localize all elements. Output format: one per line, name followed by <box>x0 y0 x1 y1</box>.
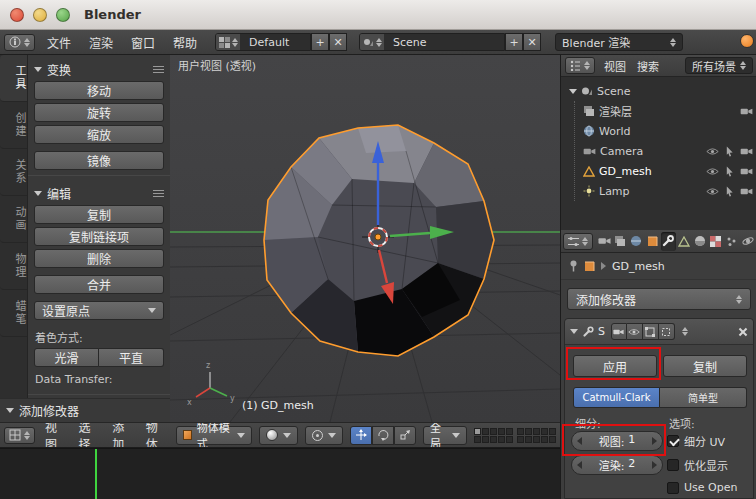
scene-name[interactable]: Scene <box>384 34 504 50</box>
window-close-button[interactable] <box>10 8 24 22</box>
scene-browser[interactable]: Scene <box>359 33 505 51</box>
scale-toggle-button[interactable] <box>394 426 416 445</box>
optimal-display-checkbox[interactable]: 优化显示 <box>667 457 728 473</box>
outliner-row-scene[interactable]: Scene <box>561 81 756 101</box>
use-opensubdiv-checkbox[interactable]: Use Open <box>667 481 737 494</box>
outliner-display-filter[interactable]: 所有场景 <box>685 57 753 74</box>
cursor-select-icon[interactable] <box>725 186 734 197</box>
mirror-button[interactable]: 镜像 <box>34 151 164 170</box>
tool-tab-grease-pencil[interactable]: 蜡笔 <box>0 290 27 337</box>
menu-help[interactable]: 帮助 <box>167 32 203 53</box>
add-modifier-dropdown[interactable]: 添加修改器 <box>567 288 751 310</box>
outliner-row-lamp[interactable]: Lamp <box>575 181 756 201</box>
modifier-name[interactable]: S <box>598 325 605 338</box>
vp-menu-view[interactable]: 视图 <box>42 422 69 448</box>
vp-menu-add[interactable]: 添加 <box>109 422 136 448</box>
outliner-row-camera[interactable]: Camera <box>575 141 756 161</box>
checkbox-icon[interactable] <box>667 482 679 494</box>
panel-header-transform[interactable]: 变换 <box>28 57 170 81</box>
window-minimize-button[interactable] <box>33 8 47 22</box>
realtime-toggle[interactable] <box>627 323 643 340</box>
scale-button[interactable]: 缩放 <box>34 125 164 144</box>
tab-render[interactable] <box>597 232 612 251</box>
render-engine-select[interactable]: Blender 渲染 <box>555 33 683 51</box>
editor-type-selector-3dview[interactable] <box>4 427 35 444</box>
shade-flat-button[interactable]: 平直 <box>99 348 164 367</box>
duplicate-button[interactable]: 复制 <box>34 205 164 224</box>
outliner-row-world[interactable]: World <box>575 121 756 141</box>
tab-modifiers[interactable] <box>661 232 676 251</box>
tool-tab-create[interactable]: 创建 <box>0 102 27 149</box>
delete-modifier-button[interactable] <box>738 327 748 337</box>
mode-dropdown[interactable]: 物体模式 <box>176 426 252 445</box>
rotate-toggle-button[interactable] <box>372 426 394 445</box>
outliner-row-renderlayers[interactable]: 渲染层 <box>575 101 756 121</box>
layer-group-2[interactable] <box>517 428 556 443</box>
checkbox-checked-icon[interactable] <box>667 435 679 447</box>
translate-toggle-button[interactable] <box>350 426 372 445</box>
copy-button[interactable]: 复制 <box>663 355 747 377</box>
subdivision-type-simple[interactable]: 简单型 <box>660 387 747 408</box>
modifier-header[interactable]: S <box>565 319 753 345</box>
editor-type-selector-properties[interactable] <box>563 233 593 250</box>
viewport-3d[interactable]: z y x 用户视图 (透视) (1) GD_mesh <box>170 55 560 422</box>
tab-render-layers[interactable] <box>613 232 628 251</box>
duplicate-linked-button[interactable]: 复制链接项 <box>34 227 164 246</box>
tool-tab-tools[interactable]: 工具 <box>0 55 27 102</box>
menu-render[interactable]: 渲染 <box>83 32 119 53</box>
screen-layout-name[interactable]: Default <box>240 34 310 50</box>
checkbox-icon[interactable] <box>667 459 679 471</box>
window-maximize-button[interactable] <box>56 8 70 22</box>
layer-group-1[interactable] <box>474 428 513 443</box>
panel-header-add-modifier[interactable]: 添加修改器 <box>0 398 170 422</box>
tool-tab-physics[interactable]: 物理 <box>0 243 27 290</box>
pin-icon[interactable] <box>569 260 578 272</box>
scene-close-button[interactable]: ✕ <box>523 33 541 51</box>
panel-menu-icon[interactable] <box>153 190 164 197</box>
render-subdivisions-field[interactable]: 渲染:2 <box>571 455 663 475</box>
menu-window[interactable]: 窗口 <box>125 32 161 53</box>
eye-icon[interactable] <box>706 187 719 196</box>
cage-toggle[interactable] <box>659 323 675 340</box>
screen-layout-browser[interactable]: Default <box>215 33 311 51</box>
shade-smooth-button[interactable]: 光滑 <box>34 348 99 367</box>
camera-icon[interactable] <box>740 187 753 196</box>
panel-menu-icon[interactable] <box>153 66 164 73</box>
vp-menu-object[interactable]: 物体 <box>143 422 170 448</box>
delete-button[interactable]: 删除 <box>34 249 164 268</box>
panel-header-edit[interactable]: 编辑 <box>28 181 170 205</box>
outliner-menu-view[interactable]: 视图 <box>602 57 628 75</box>
tab-object-data[interactable] <box>677 232 692 251</box>
eye-icon[interactable] <box>706 147 719 156</box>
eye-icon[interactable] <box>706 167 719 176</box>
tab-object[interactable] <box>645 232 660 251</box>
orientation-dropdown[interactable]: 全局 <box>423 426 467 445</box>
outliner-menu-search[interactable]: 搜索 <box>635 57 661 75</box>
tool-tab-relations[interactable]: 关系 <box>0 149 27 196</box>
outliner-row-gd-mesh[interactable]: GD_mesh <box>575 161 756 181</box>
screen-layout-close-button[interactable]: ✕ <box>329 33 347 51</box>
increment-icon[interactable] <box>652 461 657 469</box>
editor-type-selector-outliner[interactable] <box>565 57 595 74</box>
editor-type-selector-info[interactable] <box>4 34 35 51</box>
tab-world[interactable] <box>629 232 644 251</box>
tab-material[interactable] <box>692 232 707 251</box>
camera-icon[interactable] <box>740 107 753 116</box>
join-button[interactable]: 合并 <box>34 275 164 294</box>
camera-icon[interactable] <box>740 167 753 176</box>
editmode-toggle[interactable] <box>643 323 659 340</box>
cursor-select-icon[interactable] <box>725 146 734 157</box>
set-origin-button[interactable]: 设置原点 <box>34 301 164 320</box>
camera-icon[interactable] <box>740 147 753 156</box>
expander-icon[interactable] <box>569 89 577 94</box>
decrement-icon[interactable] <box>577 461 582 469</box>
pivot-dropdown[interactable] <box>305 426 343 445</box>
move-button[interactable]: 移动 <box>34 81 164 100</box>
tab-texture[interactable] <box>708 232 723 251</box>
scene-add-button[interactable]: + <box>505 33 523 51</box>
timeline-region[interactable] <box>0 448 560 499</box>
subdivide-uv-checkbox[interactable]: 细分 UV <box>667 433 725 449</box>
timeline-playhead[interactable] <box>95 449 97 499</box>
shading-dropdown[interactable] <box>259 426 298 445</box>
render-toggle[interactable] <box>611 323 627 340</box>
